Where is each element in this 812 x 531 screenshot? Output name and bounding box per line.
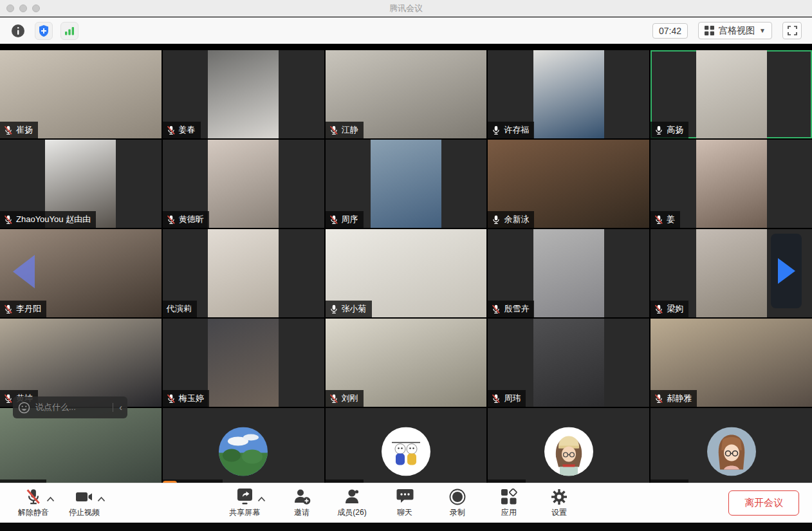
chevron-up-icon[interactable] (97, 493, 106, 505)
mic-muted-icon (4, 304, 13, 314)
participant-name: 周玮 (504, 393, 521, 404)
video-tile[interactable]: 郝静雅 (651, 319, 812, 407)
participant-name: 梁姁 (667, 303, 683, 315)
chat-input[interactable]: 说点什么... (35, 402, 107, 413)
view-mode-dropdown[interactable]: 宫格视图 ▼ (698, 22, 772, 39)
video-tile[interactable]: 周序 (326, 140, 487, 228)
invite-button[interactable]: 邀请 (284, 489, 320, 518)
toolbar-label: 应用 (501, 507, 517, 518)
participant-namebar: 代演莉 (163, 301, 197, 317)
video-grid: 崔扬 姜春 江静 许存福 高扬 ZhaoYouYou 赵由由 黄德昕 周序 余新… (0, 50, 812, 496)
chevron-left-icon[interactable]: ‹ (113, 403, 122, 412)
participant-namebar: 梁姁 (651, 301, 688, 317)
video-tile[interactable]: 江静 (326, 50, 487, 138)
settings-button[interactable]: 设置 (541, 489, 577, 518)
leave-meeting-button[interactable]: 离开会议 (728, 490, 799, 516)
mic-muted-icon (4, 215, 13, 225)
shield-icon[interactable] (35, 22, 53, 40)
participant-name: 姜春 (179, 124, 196, 136)
participant-name: 张小菊 (342, 303, 367, 315)
mic-muted-icon (654, 394, 663, 404)
participant-video (533, 229, 604, 317)
participant-namebar: 高扬 (651, 122, 688, 138)
record-button[interactable]: 录制 (439, 489, 475, 518)
video-tile[interactable]: 黄坤 (0, 319, 161, 407)
bottom-toolbar: 解除静音停止视频共享屏幕邀请成员(26)聊天录制应用 设置离开会议 (0, 483, 812, 523)
participant-namebar: 周玮 (488, 390, 526, 407)
top-toolbar: 07:42 宫格视图 ▼ (0, 17, 812, 44)
video-tile[interactable]: 崔扬 (0, 50, 161, 138)
members-button[interactable]: 成员(26) (334, 489, 370, 518)
record-icon (449, 489, 466, 505)
chat-quick-input: 说点什么... ‹ (13, 396, 127, 418)
participant-name: 代演莉 (167, 303, 192, 315)
video-tile[interactable]: 代演莉 (163, 229, 324, 317)
toolbar-label: 解除静音 (18, 507, 49, 518)
participant-namebar: 刘刚 (326, 390, 364, 407)
mic-muted-icon (167, 394, 176, 404)
toolbar-label: 停止视频 (69, 507, 100, 518)
chevron-down-icon: ▼ (759, 27, 766, 34)
video-tile[interactable]: 张小菊 (326, 229, 487, 317)
participant-name: 黄德昕 (179, 214, 204, 225)
participant-namebar: 郝静雅 (651, 390, 697, 407)
share-screen-icon (236, 489, 254, 505)
participant-video (371, 140, 441, 228)
page-right-button[interactable] (771, 234, 802, 308)
participant-name: 郝静雅 (667, 393, 692, 404)
mic-muted-icon (492, 304, 501, 314)
video-tile[interactable]: 刘刚 (326, 319, 487, 407)
participant-video (208, 319, 279, 407)
video-tile[interactable]: ZhaoYouYou 赵由由 (0, 140, 161, 228)
toolbar-label: 录制 (450, 507, 465, 518)
participant-namebar: 许存福 (488, 122, 534, 138)
page-left-icon[interactable] (13, 255, 35, 288)
participant-namebar: 李丹阳 (0, 301, 46, 317)
video-tile[interactable]: 殷雪卉 (488, 229, 649, 317)
participant-namebar: 江静 (326, 122, 364, 138)
grid-view-icon (705, 26, 714, 35)
fullscreen-button[interactable] (782, 22, 802, 39)
participant-name: 梅玉婷 (179, 393, 204, 404)
video-tile[interactable]: 余新泳 (488, 140, 649, 228)
mic-muted-icon (167, 126, 176, 135)
video-tile[interactable]: 高扬 (651, 50, 812, 138)
chat-button[interactable]: 聊天 (387, 489, 423, 518)
video-tile[interactable]: 姜 (651, 140, 812, 228)
toolbar-label: 邀请 (294, 507, 309, 518)
video-tile[interactable]: 周玮 (488, 319, 649, 407)
participant-name: 刘刚 (342, 393, 358, 404)
mic-on-icon (492, 215, 501, 225)
participant-namebar: 周序 (326, 211, 364, 228)
meeting-window: 腾讯会议 07:42 宫格视图 ▼ (0, 0, 812, 531)
chevron-up-icon[interactable] (257, 493, 266, 505)
mic-muted-icon (4, 394, 13, 404)
video-tile[interactable]: 许存福 (488, 50, 649, 138)
mic-muted-icon (329, 126, 338, 135)
participant-name: 余新泳 (504, 214, 529, 225)
emoji-icon[interactable] (18, 402, 30, 414)
participant-name: 江静 (342, 124, 358, 136)
toolbar-label: 聊天 (397, 507, 412, 518)
avatar (707, 427, 756, 476)
signal-icon[interactable] (60, 22, 78, 40)
participant-name: 高扬 (667, 124, 683, 136)
participant-name: 崔扬 (16, 124, 33, 136)
avatar (544, 427, 593, 476)
mic-muted-icon (492, 394, 501, 404)
participant-namebar: 张小菊 (326, 301, 372, 317)
participant-name: 李丹阳 (16, 303, 41, 315)
members-icon (343, 489, 361, 505)
video-tile[interactable]: 姜春 (163, 50, 324, 138)
mic-on-icon (654, 126, 663, 135)
mic-muted-icon (329, 394, 338, 404)
meeting-timer: 07:42 (652, 23, 688, 39)
video-tile[interactable]: 梅玉婷 (163, 319, 324, 407)
mic-muted-icon (26, 489, 41, 505)
apps-button[interactable]: 应用 (491, 489, 527, 518)
apps-icon (501, 489, 517, 505)
toolbar-label: 共享屏幕 (229, 507, 260, 518)
info-icon[interactable] (9, 22, 27, 40)
chevron-up-icon[interactable] (46, 493, 55, 505)
video-tile[interactable]: 黄德昕 (163, 140, 324, 228)
